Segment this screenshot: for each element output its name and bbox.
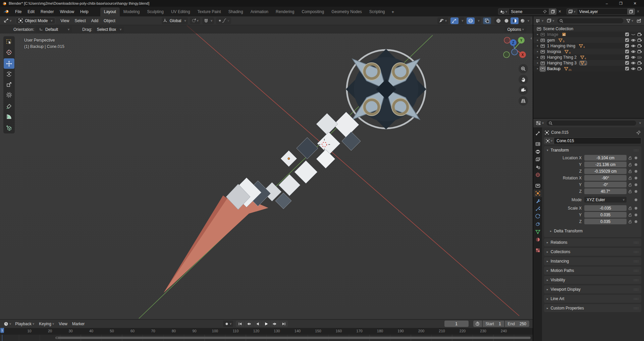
workspace-tab[interactable]: Compositing (298, 7, 328, 16)
render-camera-icon[interactable] (637, 38, 642, 43)
tab-particles[interactable] (533, 205, 542, 213)
viewport-menu[interactable]: View (58, 17, 72, 24)
playhead[interactable]: 1 (0, 328, 4, 333)
render-camera-icon[interactable] (637, 66, 642, 71)
hide-eye-icon[interactable] (631, 49, 636, 54)
orientation-gizmo[interactable]: Z Y X (502, 35, 529, 61)
shading-material-button[interactable] (511, 17, 519, 24)
current-frame-field[interactable]: 1 (444, 321, 469, 327)
panel-grip-icon[interactable]: ∷∷ (634, 297, 639, 301)
tab-material[interactable] (533, 236, 542, 243)
gizmo-dropdown[interactable]: ˅ (459, 17, 465, 24)
panel-grip-icon[interactable]: ∷∷ (634, 288, 639, 291)
viewport-3d[interactable]: Orientation: Default ˅ Drag: Select Box … (0, 25, 533, 319)
viewlayer-name-field[interactable]: ViewLayer (577, 8, 628, 15)
render-camera-off-icon[interactable] (637, 55, 642, 60)
tab-world[interactable] (533, 171, 542, 179)
workspace-tab[interactable]: Geometry Nodes (328, 7, 366, 16)
use-preview-range-button[interactable] (473, 321, 482, 327)
expand-arrow-icon[interactable]: ▸ (535, 50, 540, 53)
tool-move[interactable] (4, 58, 14, 69)
expand-arrow-icon[interactable]: ▸ (535, 61, 540, 64)
panel-grip-icon[interactable]: ∷∷ (634, 250, 639, 254)
panel-grip-icon[interactable]: ∷∷ (634, 260, 639, 263)
outliner-filter-button[interactable]: ˅ (625, 18, 634, 24)
scene-browse-button[interactable]: ˅ (498, 8, 509, 15)
workspace-tab[interactable]: Texture Paint (194, 7, 225, 16)
properties-section[interactable]: ▸Motion Paths ∷∷ (544, 267, 641, 275)
new-collection-button[interactable] (636, 18, 642, 24)
pan-button[interactable] (519, 75, 528, 84)
pivot-dropdown[interactable]: ˅ (190, 17, 200, 24)
tab-scene[interactable] (533, 163, 542, 171)
properties-section[interactable]: ▸Viewport Display ∷∷ (544, 285, 641, 293)
outliner-display-mode-button[interactable]: ˅ (535, 18, 544, 24)
object-name-input[interactable] (554, 137, 641, 144)
animate-decorator[interactable] (635, 207, 637, 210)
workspace-tab[interactable]: Animation (247, 7, 272, 16)
new-viewlayer-button[interactable] (628, 8, 635, 15)
transform-panel-header[interactable]: ▾Transform ∷∷ (544, 146, 641, 154)
prev-keyframe-button[interactable] (245, 321, 253, 327)
animate-decorator[interactable] (635, 157, 637, 159)
timeline-menu[interactable]: Keying˅ (37, 321, 56, 327)
lock-icon[interactable] (627, 163, 634, 167)
render-camera-icon[interactable] (637, 44, 642, 48)
value-field[interactable]: 0.035 (584, 219, 627, 224)
lock-icon[interactable] (627, 183, 634, 187)
animate-decorator[interactable] (635, 163, 637, 166)
tool-transform[interactable] (4, 90, 14, 100)
value-field[interactable]: 40.7° (584, 188, 627, 194)
new-scene-button[interactable] (549, 8, 556, 15)
tool-scale[interactable] (4, 79, 14, 90)
exclude-checkbox[interactable] (625, 49, 629, 54)
animate-decorator[interactable] (635, 214, 637, 216)
minimize-button[interactable]: – (600, 0, 614, 7)
hide-eye-closed-icon[interactable] (631, 32, 636, 37)
animate-decorator[interactable] (635, 220, 637, 223)
outliner-collection-row[interactable]: ▸ Hanging Thing 3 4 (533, 60, 644, 66)
outliner-filter-type-button[interactable]: ˅ (546, 18, 555, 24)
tab-collection[interactable] (533, 182, 542, 189)
tool-add-cube[interactable] (4, 123, 14, 133)
panel-grip-icon[interactable]: ∷∷ (634, 241, 639, 244)
pin-icon[interactable] (636, 130, 641, 135)
tab-texture[interactable] (533, 246, 542, 254)
overlays-dropdown[interactable]: ˅ (475, 17, 481, 24)
visibility-dropdown[interactable]: ˅ (437, 17, 448, 24)
tool-cursor[interactable] (4, 47, 14, 57)
lock-icon[interactable] (627, 206, 634, 210)
tab-viewlayer[interactable] (533, 156, 542, 163)
tab-tool[interactable] (533, 129, 542, 137)
lock-icon[interactable] (627, 176, 634, 180)
animate-decorator[interactable] (635, 198, 637, 201)
value-field[interactable]: -90° (584, 175, 627, 181)
properties-options-icon[interactable]: ˅ (639, 121, 641, 125)
hide-eye-icon[interactable] (631, 61, 636, 65)
ortho-toggle-button[interactable] (519, 96, 528, 106)
outliner-collection-row[interactable]: ▸ Insignia 4 (533, 49, 644, 54)
tab-render[interactable] (533, 140, 542, 148)
play-button[interactable] (262, 321, 270, 327)
outliner-collection-row[interactable]: ▸ Image (533, 32, 644, 37)
tab-output[interactable] (533, 148, 542, 156)
jump-to-end-button[interactable] (279, 321, 288, 327)
end-frame-field[interactable]: End250 (505, 321, 529, 327)
hide-eye-icon[interactable] (631, 44, 636, 48)
play-reverse-button[interactable] (253, 321, 262, 327)
value-field[interactable]: -0.15029 cm (584, 168, 627, 174)
outliner-collection-row[interactable]: ▸ gem 5 (533, 37, 644, 43)
options-dropdown[interactable]: Options ˅ (504, 26, 527, 33)
value-field[interactable]: -0° (584, 182, 627, 187)
workspace-tab[interactable]: Sculpting (144, 7, 167, 16)
exclude-checkbox[interactable] (625, 32, 629, 37)
properties-search-input[interactable] (546, 120, 636, 126)
timeline-ruler[interactable]: 10 20 30 40 50 60 70 80 90 10 (0, 328, 533, 335)
properties-editor-type-button[interactable]: ˅ (535, 120, 545, 126)
tab-object-data[interactable] (533, 228, 542, 236)
start-frame-field[interactable]: Start1 (483, 321, 504, 327)
auto-keying-toggle[interactable]: ˅ (223, 321, 233, 327)
workspace-tab[interactable]: Rendering (272, 7, 298, 16)
viewport-menu[interactable]: Add (89, 17, 101, 24)
timeline-menu[interactable]: Marker˅ (70, 321, 87, 327)
